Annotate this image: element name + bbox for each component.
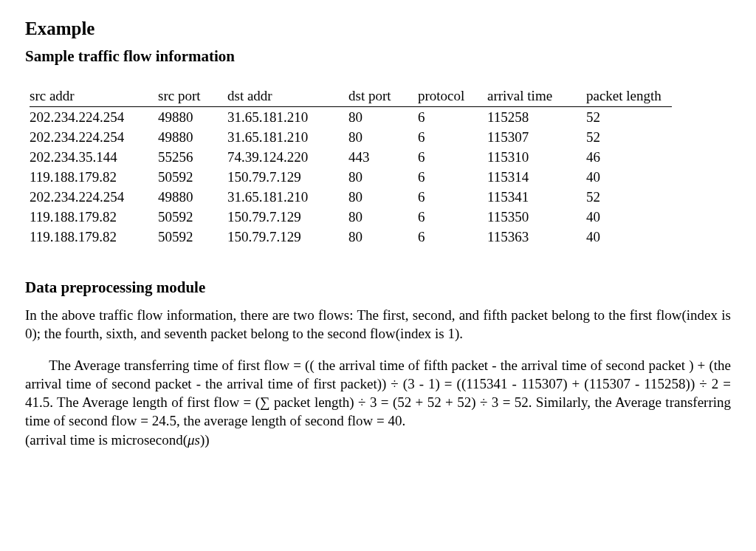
cell-dst-addr: 150.79.7.129	[227, 227, 348, 247]
subheading-data-preprocessing: Data preprocessing module	[25, 278, 731, 298]
cell-src-addr: 202.234.224.254	[30, 127, 158, 147]
cell-packet-length: 40	[586, 167, 672, 187]
cell-arrival-time: 115310	[487, 147, 586, 167]
cell-arrival-time: 115307	[487, 127, 586, 147]
col-packet-length: packet length	[586, 86, 672, 107]
cell-src-addr: 119.188.179.82	[30, 167, 158, 187]
document-page: Example Sample traffic flow information …	[0, 0, 756, 551]
col-dst-port: dst port	[348, 86, 418, 107]
cell-dst-port: 80	[348, 227, 418, 247]
cell-src-port: 49880	[158, 187, 227, 207]
col-src-port: src port	[158, 86, 227, 107]
cell-protocol: 6	[418, 227, 487, 247]
cell-arrival-time: 115341	[487, 187, 586, 207]
cell-protocol: 6	[418, 187, 487, 207]
computation-text: The Average transferring time of first f…	[25, 357, 731, 428]
cell-protocol: 6	[418, 106, 487, 127]
cell-packet-length: 40	[586, 207, 672, 227]
cell-packet-length: 52	[586, 187, 672, 207]
cell-dst-port: 80	[348, 127, 418, 147]
cell-protocol: 6	[418, 167, 487, 187]
cell-dst-addr: 31.65.181.210	[227, 127, 348, 147]
cell-src-addr: 202.234.224.254	[30, 187, 158, 207]
cell-dst-addr: 150.79.7.129	[227, 167, 348, 187]
paragraph-computation: The Average transferring time of first f…	[25, 356, 731, 448]
cell-protocol: 6	[418, 207, 487, 227]
table-row: 202.234.224.254 49880 31.65.181.210 80 6…	[30, 127, 672, 147]
cell-arrival-time: 115314	[487, 167, 586, 187]
table-row: 202.234.35.144 55256 74.39.124.220 443 6…	[30, 147, 672, 167]
cell-src-port: 50592	[158, 227, 227, 247]
col-arrival-time: arrival time	[487, 86, 586, 107]
table-row: 119.188.179.82 50592 150.79.7.129 80 6 1…	[30, 207, 672, 227]
cell-src-addr: 202.234.224.254	[30, 106, 158, 127]
cell-src-port: 55256	[158, 147, 227, 167]
cell-arrival-time: 115258	[487, 106, 586, 127]
cell-src-port: 50592	[158, 207, 227, 227]
cell-protocol: 6	[418, 147, 487, 167]
mu-symbol: μs	[188, 432, 200, 448]
paragraph-flow-description: In the above traffic flow information, t…	[25, 306, 731, 343]
cell-arrival-time: 115363	[487, 227, 586, 247]
cell-src-port: 50592	[158, 167, 227, 187]
cell-src-port: 49880	[158, 127, 227, 147]
subheading-sample-traffic: Sample traffic flow information	[25, 47, 731, 67]
table-row: 202.234.224.254 49880 31.65.181.210 80 6…	[30, 106, 672, 127]
cell-src-port: 49880	[158, 106, 227, 127]
cell-dst-addr: 150.79.7.129	[227, 207, 348, 227]
cell-packet-length: 52	[586, 127, 672, 147]
cell-packet-length: 52	[586, 106, 672, 127]
cell-dst-port: 443	[348, 147, 418, 167]
cell-dst-port: 80	[348, 207, 418, 227]
col-dst-addr: dst addr	[227, 86, 348, 107]
cell-protocol: 6	[418, 127, 487, 147]
cell-packet-length: 40	[586, 227, 672, 247]
table-row: 119.188.179.82 50592 150.79.7.129 80 6 1…	[30, 227, 672, 247]
col-protocol: protocol	[418, 86, 487, 107]
cell-dst-addr: 31.65.181.210	[227, 106, 348, 127]
table-header-row: src addr src port dst addr dst port prot…	[30, 86, 672, 107]
table-row: 202.234.224.254 49880 31.65.181.210 80 6…	[30, 187, 672, 207]
table-row: 119.188.179.82 50592 150.79.7.129 80 6 1…	[30, 167, 672, 187]
arrival-unit-prefix: (arrival time is microsecond(	[25, 432, 188, 448]
cell-dst-addr: 31.65.181.210	[227, 187, 348, 207]
cell-dst-port: 80	[348, 106, 418, 127]
cell-dst-port: 80	[348, 167, 418, 187]
cell-src-addr: 119.188.179.82	[30, 207, 158, 227]
cell-arrival-time: 115350	[487, 207, 586, 227]
table-body: 202.234.224.254 49880 31.65.181.210 80 6…	[30, 106, 672, 247]
arrival-unit-suffix: ))	[200, 432, 210, 448]
cell-src-addr: 202.234.35.144	[30, 147, 158, 167]
cell-dst-port: 80	[348, 187, 418, 207]
heading-example: Example	[25, 16, 731, 41]
cell-src-addr: 119.188.179.82	[30, 227, 158, 247]
cell-dst-addr: 74.39.124.220	[227, 147, 348, 167]
traffic-flow-table: src addr src port dst addr dst port prot…	[30, 86, 672, 247]
cell-packet-length: 46	[586, 147, 672, 167]
col-src-addr: src addr	[30, 86, 158, 107]
